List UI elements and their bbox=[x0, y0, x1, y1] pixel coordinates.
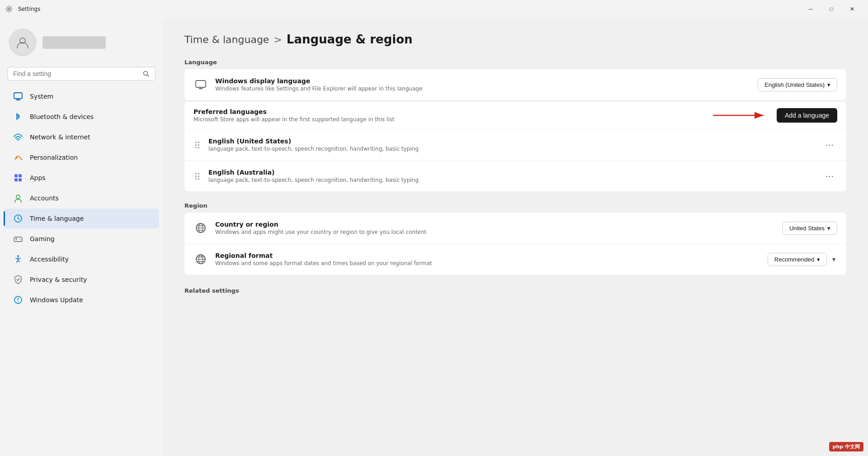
breadcrumb: Time & language > Language & region bbox=[184, 33, 846, 46]
country-region-row: Country or region Windows and apps might… bbox=[184, 213, 846, 244]
display-language-subtitle: Windows features like Settings and File … bbox=[215, 86, 750, 92]
preferred-languages-title: Preferred languages bbox=[193, 108, 769, 115]
sidebar-item-system-label: System bbox=[30, 93, 53, 100]
regional-format-action: Recommended ▾ ▾ bbox=[768, 253, 837, 266]
language-0-text: English (United States) language pack, t… bbox=[208, 138, 815, 152]
search-input[interactable] bbox=[13, 70, 139, 77]
preferred-languages-card: Preferred languages Microsoft Store apps… bbox=[184, 102, 846, 191]
bluetooth-icon bbox=[13, 111, 24, 122]
language-1-text: English (Australia) language pack, text-… bbox=[208, 169, 815, 183]
language-row-0: English (United States) language pack, t… bbox=[184, 129, 846, 161]
country-region-subtitle: Windows and apps might use your country … bbox=[215, 229, 775, 235]
svg-rect-11 bbox=[14, 178, 18, 181]
language-0-options-button[interactable]: ⋯ bbox=[822, 138, 837, 152]
sidebar-item-privacy-label: Privacy & security bbox=[30, 276, 87, 283]
user-icon bbox=[15, 35, 30, 50]
svg-point-20 bbox=[20, 239, 21, 240]
language-1-details: language pack, text-to-speech, speech re… bbox=[208, 177, 815, 183]
chevron-down-icon: ▾ bbox=[817, 256, 820, 263]
sidebar-item-bluetooth[interactable]: Bluetooth & devices bbox=[4, 107, 159, 127]
sidebar-nav: System Bluetooth & devices bbox=[0, 86, 163, 310]
svg-point-7 bbox=[18, 140, 19, 141]
windows-update-icon bbox=[13, 294, 24, 305]
svg-rect-24 bbox=[196, 81, 206, 87]
country-region-action: United States ▾ bbox=[783, 222, 837, 235]
svg-point-19 bbox=[19, 238, 20, 239]
add-language-button[interactable]: Add a language bbox=[777, 108, 837, 123]
region-section: Region Country or region bbox=[184, 202, 846, 275]
display-language-text: Windows display language Windows feature… bbox=[215, 77, 750, 92]
display-language-dropdown[interactable]: English (United States) ▾ bbox=[758, 78, 837, 91]
sidebar-item-windows-update-label: Windows Update bbox=[30, 296, 83, 304]
regional-format-expand-button[interactable]: ▾ bbox=[830, 254, 837, 265]
sidebar-item-personalization[interactable]: Personalization bbox=[4, 147, 159, 167]
svg-point-21 bbox=[17, 255, 19, 257]
country-region-dropdown[interactable]: United States ▾ bbox=[783, 222, 837, 235]
display-language-card: Windows display language Windows feature… bbox=[184, 69, 846, 100]
regional-format-dropdown[interactable]: Recommended ▾ bbox=[768, 253, 827, 266]
search-box[interactable] bbox=[7, 67, 156, 81]
regional-format-text: Regional format Windows and some apps fo… bbox=[215, 252, 760, 266]
country-region-title: Country or region bbox=[215, 221, 775, 228]
language-section-label: Language bbox=[184, 59, 846, 66]
sidebar-item-accessibility-label: Accessibility bbox=[30, 256, 69, 263]
drag-handle-1[interactable] bbox=[193, 171, 201, 181]
sidebar-item-gaming[interactable]: Gaming bbox=[4, 229, 159, 249]
chevron-down-icon: ▾ bbox=[827, 81, 830, 88]
personalization-icon bbox=[13, 152, 24, 163]
sidebar-item-personalization-label: Personalization bbox=[30, 154, 78, 161]
accounts-icon bbox=[13, 193, 24, 204]
sidebar-item-privacy-security[interactable]: Privacy & security bbox=[4, 270, 159, 290]
language-0-details: language pack, text-to-speech, speech re… bbox=[208, 146, 815, 152]
svg-line-3 bbox=[147, 75, 149, 77]
window-controls: ─ □ ✕ bbox=[800, 2, 863, 16]
network-icon bbox=[13, 132, 24, 142]
regional-format-icon bbox=[193, 252, 208, 266]
sidebar-item-apps[interactable]: Apps bbox=[4, 168, 159, 188]
display-language-row: Windows display language Windows feature… bbox=[184, 69, 846, 100]
apps-icon bbox=[13, 172, 24, 183]
system-icon bbox=[13, 91, 24, 102]
minimize-button[interactable]: ─ bbox=[800, 2, 821, 16]
preferred-languages-text: Preferred languages Microsoft Store apps… bbox=[193, 108, 769, 123]
sidebar-item-time-language[interactable]: Time & language bbox=[4, 209, 159, 228]
title-bar: Settings ─ □ ✕ bbox=[0, 0, 868, 18]
svg-rect-10 bbox=[19, 174, 22, 177]
display-language-title: Windows display language bbox=[215, 77, 750, 85]
sidebar-item-network-label: Network & internet bbox=[30, 133, 90, 141]
search-icon bbox=[142, 70, 150, 77]
app-layout: System Bluetooth & devices bbox=[0, 18, 868, 456]
language-row-1: English (Australia) language pack, text-… bbox=[184, 161, 846, 191]
sidebar-item-system[interactable]: System bbox=[4, 86, 159, 106]
sidebar-item-accounts[interactable]: Accounts bbox=[4, 188, 159, 208]
sidebar-item-bluetooth-label: Bluetooth & devices bbox=[30, 113, 94, 120]
time-icon bbox=[13, 213, 24, 224]
sidebar: System Bluetooth & devices bbox=[0, 18, 163, 456]
settings-icon bbox=[5, 5, 13, 13]
country-icon bbox=[193, 221, 208, 235]
accessibility-icon bbox=[13, 254, 24, 265]
sidebar-item-accounts-label: Accounts bbox=[30, 195, 59, 202]
svg-rect-4 bbox=[14, 93, 22, 99]
privacy-icon bbox=[13, 274, 24, 285]
language-0-name: English (United States) bbox=[208, 138, 815, 145]
sidebar-item-gaming-label: Gaming bbox=[30, 235, 55, 242]
close-button[interactable]: ✕ bbox=[842, 2, 863, 16]
language-1-options-button[interactable]: ⋯ bbox=[822, 169, 837, 183]
maximize-button[interactable]: □ bbox=[821, 2, 842, 16]
preferred-languages-row: Preferred languages Microsoft Store apps… bbox=[184, 102, 846, 129]
sidebar-item-windows-update[interactable]: Windows Update bbox=[4, 290, 159, 310]
related-settings-label: Related settings bbox=[184, 287, 846, 294]
annotation-arrow bbox=[713, 109, 767, 122]
breadcrumb-parent[interactable]: Time & language bbox=[184, 34, 269, 45]
svg-rect-9 bbox=[14, 174, 18, 177]
display-language-icon bbox=[193, 77, 208, 92]
region-section-label: Region bbox=[184, 202, 846, 209]
sidebar-item-apps-label: Apps bbox=[30, 174, 46, 181]
drag-handle-0[interactable] bbox=[193, 140, 201, 150]
gaming-icon bbox=[13, 233, 24, 244]
sidebar-item-time-label: Time & language bbox=[30, 215, 84, 222]
breadcrumb-current: Language & region bbox=[287, 33, 413, 46]
sidebar-item-network[interactable]: Network & internet bbox=[4, 127, 159, 147]
sidebar-item-accessibility[interactable]: Accessibility bbox=[4, 249, 159, 269]
